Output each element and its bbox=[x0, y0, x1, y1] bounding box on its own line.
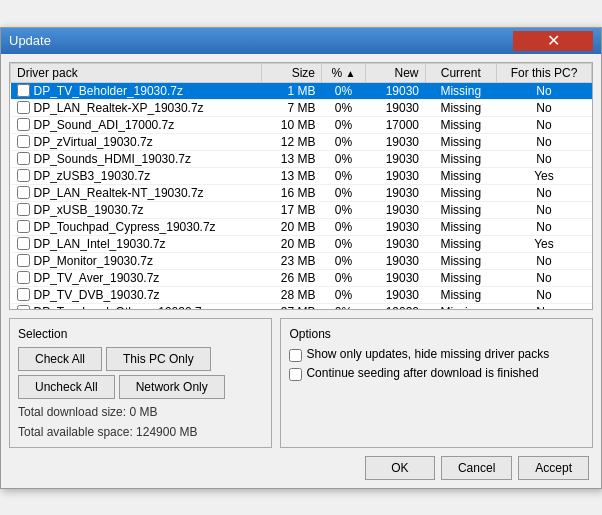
row-checkbox[interactable] bbox=[17, 288, 30, 301]
update-window: Update ✕ Driver pack Size % ▲ bbox=[0, 27, 602, 489]
size-cell: 12 MB bbox=[262, 134, 322, 151]
size-cell: 28 MB bbox=[262, 287, 322, 304]
row-checkbox[interactable] bbox=[17, 220, 30, 233]
continue-seeding-checkbox[interactable] bbox=[289, 368, 302, 381]
table-row[interactable]: DP_Touchpad_Others_19030.7z37 MB0%19030M… bbox=[11, 304, 592, 310]
driver-pack-name: DP_Monitor_19030.7z bbox=[34, 254, 153, 268]
pct-cell: 0% bbox=[322, 82, 366, 100]
table-row[interactable]: DP_Sound_ADI_17000.7z10 MB0%17000Missing… bbox=[11, 117, 592, 134]
table-row[interactable]: DP_TV_DVB_19030.7z28 MB0%19030MissingNo bbox=[11, 287, 592, 304]
cancel-button[interactable]: Cancel bbox=[441, 456, 512, 480]
table-row[interactable]: DP_TV_Beholder_19030.7z1 MB0%19030Missin… bbox=[11, 82, 592, 100]
col-header-current[interactable]: Current bbox=[425, 63, 496, 82]
current-cell: Missing bbox=[425, 117, 496, 134]
network-only-button[interactable]: Network Only bbox=[119, 375, 225, 399]
size-cell: 20 MB bbox=[262, 236, 322, 253]
driver-pack-name: DP_TV_DVB_19030.7z bbox=[34, 288, 160, 302]
table-row[interactable]: DP_LAN_Realtek-NT_19030.7z16 MB0%19030Mi… bbox=[11, 185, 592, 202]
show-only-updates-label: Show only updates, hide missing driver p… bbox=[306, 347, 549, 361]
for-pc-cell: Yes bbox=[497, 236, 592, 253]
bottom-section: Selection Check All This PC Only Uncheck… bbox=[9, 318, 593, 448]
col-header-driver-pack[interactable]: Driver pack bbox=[11, 63, 262, 82]
row-checkbox[interactable] bbox=[17, 84, 30, 97]
this-pc-only-button[interactable]: This PC Only bbox=[106, 347, 211, 371]
table-row[interactable]: DP_zVirtual_19030.7z12 MB0%19030MissingN… bbox=[11, 134, 592, 151]
row-checkbox[interactable] bbox=[17, 186, 30, 199]
total-available-label: Total available space: 124900 MB bbox=[18, 425, 263, 439]
row-checkbox[interactable] bbox=[17, 118, 30, 131]
col-header-pct[interactable]: % ▲ bbox=[322, 63, 366, 82]
row-checkbox[interactable] bbox=[17, 305, 30, 310]
for-pc-cell: No bbox=[497, 287, 592, 304]
for-pc-cell: Yes bbox=[497, 168, 592, 185]
continue-seeding-row: Continue seeding after download is finis… bbox=[289, 366, 584, 381]
col-header-new[interactable]: New bbox=[366, 63, 426, 82]
row-checkbox[interactable] bbox=[17, 169, 30, 182]
table-row[interactable]: DP_xUSB_19030.7z17 MB0%19030MissingNo bbox=[11, 202, 592, 219]
driver-pack-name: DP_Touchpad_Others_19030.7z bbox=[34, 305, 208, 310]
row-checkbox[interactable] bbox=[17, 254, 30, 267]
for-pc-cell: No bbox=[497, 304, 592, 310]
current-cell: Missing bbox=[425, 236, 496, 253]
close-button[interactable]: ✕ bbox=[513, 31, 593, 51]
for-pc-cell: No bbox=[497, 270, 592, 287]
driver-table-container[interactable]: Driver pack Size % ▲ New C bbox=[9, 62, 593, 310]
selection-btn-row-2: Uncheck All Network Only bbox=[18, 375, 263, 399]
new-cell: 19030 bbox=[366, 253, 426, 270]
row-checkbox[interactable] bbox=[17, 101, 30, 114]
row-checkbox[interactable] bbox=[17, 152, 30, 165]
pct-cell: 0% bbox=[322, 185, 366, 202]
current-cell: Missing bbox=[425, 304, 496, 310]
ok-button[interactable]: OK bbox=[365, 456, 435, 480]
driver-pack-cell: DP_LAN_Realtek-XP_19030.7z bbox=[11, 100, 262, 117]
table-row[interactable]: DP_Touchpad_Cypress_19030.7z20 MB0%19030… bbox=[11, 219, 592, 236]
pct-cell: 0% bbox=[322, 100, 366, 117]
size-cell: 13 MB bbox=[262, 168, 322, 185]
pct-cell: 0% bbox=[322, 151, 366, 168]
for-pc-cell: No bbox=[497, 117, 592, 134]
row-checkbox[interactable] bbox=[17, 203, 30, 216]
row-checkbox[interactable] bbox=[17, 135, 30, 148]
pct-cell: 0% bbox=[322, 253, 366, 270]
new-cell: 19030 bbox=[366, 168, 426, 185]
table-row[interactable]: DP_zUSB3_19030.7z13 MB0%19030MissingYes bbox=[11, 168, 592, 185]
size-cell: 1 MB bbox=[262, 82, 322, 100]
new-cell: 19030 bbox=[366, 100, 426, 117]
driver-pack-name: DP_Touchpad_Cypress_19030.7z bbox=[34, 220, 216, 234]
pct-cell: 0% bbox=[322, 287, 366, 304]
col-header-for-pc[interactable]: For this PC? bbox=[497, 63, 592, 82]
new-cell: 19030 bbox=[366, 287, 426, 304]
new-cell: 19030 bbox=[366, 185, 426, 202]
new-cell: 19030 bbox=[366, 82, 426, 100]
col-header-size[interactable]: Size bbox=[262, 63, 322, 82]
for-pc-cell: No bbox=[497, 219, 592, 236]
driver-pack-name: DP_LAN_Realtek-NT_19030.7z bbox=[34, 186, 204, 200]
table-row[interactable]: DP_Monitor_19030.7z23 MB0%19030MissingNo bbox=[11, 253, 592, 270]
size-cell: 13 MB bbox=[262, 151, 322, 168]
current-cell: Missing bbox=[425, 185, 496, 202]
row-checkbox[interactable] bbox=[17, 271, 30, 284]
table-row[interactable]: DP_LAN_Intel_19030.7z20 MB0%19030Missing… bbox=[11, 236, 592, 253]
new-cell: 19030 bbox=[366, 236, 426, 253]
for-pc-cell: No bbox=[497, 82, 592, 100]
table-row[interactable]: DP_Sounds_HDMI_19030.7z13 MB0%19030Missi… bbox=[11, 151, 592, 168]
table-header-row: Driver pack Size % ▲ New C bbox=[11, 63, 592, 82]
pct-cell: 0% bbox=[322, 134, 366, 151]
driver-pack-name: DP_TV_Beholder_19030.7z bbox=[34, 84, 183, 98]
row-checkbox[interactable] bbox=[17, 237, 30, 250]
selection-panel: Selection Check All This PC Only Uncheck… bbox=[9, 318, 272, 448]
driver-pack-name: DP_LAN_Realtek-XP_19030.7z bbox=[34, 101, 204, 115]
pct-cell: 0% bbox=[322, 117, 366, 134]
new-cell: 19030 bbox=[366, 270, 426, 287]
uncheck-all-button[interactable]: Uncheck All bbox=[18, 375, 115, 399]
table-row[interactable]: DP_LAN_Realtek-XP_19030.7z7 MB0%19030Mis… bbox=[11, 100, 592, 117]
show-only-updates-checkbox[interactable] bbox=[289, 349, 302, 362]
table-row[interactable]: DP_TV_Aver_19030.7z26 MB0%19030MissingNo bbox=[11, 270, 592, 287]
current-cell: Missing bbox=[425, 253, 496, 270]
for-pc-cell: No bbox=[497, 134, 592, 151]
accept-button[interactable]: Accept bbox=[518, 456, 589, 480]
size-cell: 7 MB bbox=[262, 100, 322, 117]
check-all-button[interactable]: Check All bbox=[18, 347, 102, 371]
driver-pack-name: DP_zVirtual_19030.7z bbox=[34, 135, 153, 149]
window-title: Update bbox=[9, 33, 51, 48]
